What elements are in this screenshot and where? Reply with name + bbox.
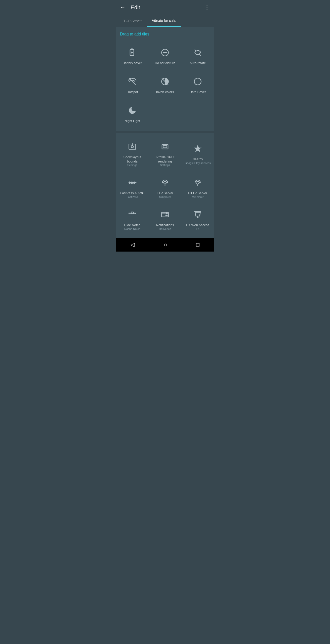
tile-gpu-sub: Settings — [160, 164, 170, 167]
tile-fx-web-sub: FX — [196, 227, 199, 230]
svg-point-11 — [131, 145, 134, 148]
home-nav-button[interactable]: ○ — [164, 242, 167, 248]
svg-point-18 — [129, 182, 131, 183]
tile-fx-web-access[interactable]: FX Web Access FX — [181, 204, 214, 235]
tile-nearby-sub: Google Play services — [185, 162, 211, 165]
svg-rect-14 — [163, 145, 167, 148]
tile-hotspot-label: Hotspot — [127, 90, 138, 94]
svg-rect-28 — [166, 215, 167, 216]
tile-battery-saver-label: Battery saver — [123, 61, 142, 65]
hide-notch-icon — [126, 209, 138, 221]
tile-invert-colors-label: Invert colors — [156, 90, 174, 94]
drag-label: Drag to add tiles — [120, 32, 149, 36]
drag-section: Drag to add tiles — [116, 27, 214, 39]
svg-line-7 — [129, 78, 135, 85]
ftp-icon — [159, 177, 171, 189]
section-separator — [116, 132, 214, 132]
tile-data-saver[interactable]: Data Saver — [181, 70, 214, 99]
tile-ftp-sub: MiXplorer — [159, 195, 171, 198]
tile-http-sub: MiXplorer — [192, 195, 203, 198]
tile-fx-web-label: FX Web Access — [186, 223, 209, 227]
nearby-icon — [192, 143, 204, 155]
fx-web-icon — [192, 209, 204, 221]
app-tiles-grid: Show layout bounds Settings Profile GPU … — [116, 133, 214, 238]
tile-http-server[interactable]: HTTP Server MiXplorer — [181, 172, 214, 204]
subheader-tabs: TCP Server Vibrate for calls — [116, 15, 214, 27]
tile-auto-rotate[interactable]: Auto-rotate — [181, 42, 214, 70]
tile-layout-bounds-sub: Settings — [127, 164, 137, 167]
tile-layout-bounds-label: Show layout bounds — [118, 155, 146, 164]
tile-notifications[interactable]: Notifications Deliveries — [149, 204, 181, 235]
tile-lastpass-label: LastPass Autofill — [120, 191, 144, 195]
svg-point-19 — [131, 182, 133, 183]
tab-tcp-server[interactable]: TCP Server — [118, 15, 147, 26]
tile-hotspot[interactable]: Hotspot — [116, 70, 149, 99]
hotspot-icon — [126, 75, 138, 88]
tile-profile-gpu[interactable]: Profile GPU rendering Settings — [149, 136, 181, 172]
bottom-navigation: ◁ ○ □ — [116, 238, 214, 252]
available-tiles-grid: Battery saver Do not disturb Auto-rotate — [116, 39, 214, 131]
header: ← Edit ⋮ — [116, 0, 214, 15]
tab-vibrate-calls[interactable]: Vibrate for calls — [147, 15, 181, 27]
tile-night-light-label: Night Light — [125, 119, 140, 123]
page-title: Edit — [131, 4, 204, 11]
tile-battery-saver[interactable]: Battery saver — [116, 42, 149, 70]
tile-notifications-sub: Deliveries — [159, 227, 171, 230]
tile-do-not-disturb[interactable]: Do not disturb — [149, 42, 181, 70]
svg-point-29 — [166, 212, 168, 214]
tile-notifications-label: Notifications — [156, 223, 174, 227]
recents-nav-button[interactable]: □ — [196, 242, 199, 248]
tile-lastpass[interactable]: LastPass Autofill LastPass — [116, 172, 149, 204]
tile-do-not-disturb-label: Do not disturb — [155, 61, 175, 65]
battery-plus-icon — [126, 47, 138, 59]
tile-hide-notch-sub: Nacho Notch — [124, 227, 140, 230]
tile-night-light[interactable]: Night Light — [116, 99, 149, 128]
http-icon — [192, 177, 204, 189]
invert-icon — [159, 75, 171, 88]
tile-hide-notch[interactable]: Hide Notch Nacho Notch — [116, 204, 149, 235]
minus-circle-icon — [159, 47, 171, 59]
back-button[interactable]: ← — [120, 4, 126, 11]
tile-invert-colors[interactable]: Invert colors — [149, 70, 181, 99]
more-options-button[interactable]: ⋮ — [204, 4, 210, 11]
tile-lastpass-sub: LastPass — [127, 195, 138, 198]
layout-bounds-icon — [126, 141, 138, 153]
rotate-icon — [192, 47, 204, 59]
tile-ftp-server[interactable]: FTP Server MiXplorer — [149, 172, 181, 204]
tile-data-saver-label: Data Saver — [189, 90, 206, 94]
back-nav-button[interactable]: ◁ — [131, 242, 135, 248]
tile-auto-rotate-label: Auto-rotate — [190, 61, 206, 65]
tile-ftp-label: FTP Server — [157, 191, 173, 195]
tile-nearby-label: Nearby — [192, 157, 203, 162]
tile-nearby[interactable]: Nearby Google Play services — [181, 136, 214, 172]
data-saver-icon — [192, 75, 204, 88]
gpu-icon — [159, 141, 171, 153]
night-light-icon — [126, 104, 138, 116]
tile-hide-notch-label: Hide Notch — [124, 223, 140, 227]
tile-gpu-label: Profile GPU rendering — [151, 155, 179, 164]
tile-show-layout-bounds[interactable]: Show layout bounds Settings — [116, 136, 149, 172]
lastpass-icon — [126, 177, 138, 189]
tile-http-label: HTTP Server — [188, 191, 207, 195]
notifications-icon — [159, 209, 171, 221]
